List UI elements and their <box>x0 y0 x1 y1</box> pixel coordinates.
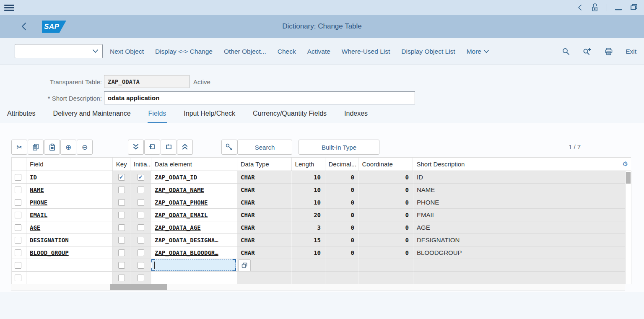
key-checkbox[interactable] <box>118 237 125 244</box>
initial-checkbox[interactable] <box>138 275 144 281</box>
col-header-decimals[interactable]: Decimal... <box>325 158 359 171</box>
length-value: 10 <box>314 249 321 256</box>
row-select-checkbox[interactable] <box>15 174 21 181</box>
search-icon[interactable] <box>562 47 570 56</box>
field-name-link[interactable]: AGE <box>26 224 40 231</box>
key-checkbox[interactable] <box>118 199 125 206</box>
initial-checkbox[interactable] <box>138 237 144 244</box>
row-select-checkbox[interactable] <box>15 212 21 218</box>
built-in-type-button[interactable]: Built-In Type <box>299 140 379 155</box>
move-up-button[interactable] <box>177 140 193 155</box>
menu-display-object-list[interactable]: Display Object List <box>401 48 455 55</box>
tab-delivery-maintenance[interactable]: Delivery and Maintenance <box>52 108 132 123</box>
horizontal-scrollbar-thumb[interactable] <box>110 284 167 290</box>
data-element-cell[interactable] <box>151 272 237 284</box>
row-select-checkbox[interactable] <box>15 224 21 231</box>
field-name-link[interactable]: EMAIL <box>26 212 47 218</box>
initial-checkbox[interactable]: ✓ <box>138 174 144 181</box>
col-header-length[interactable]: Length <box>292 158 325 171</box>
initial-checkbox[interactable] <box>138 224 144 231</box>
tab-attributes[interactable]: Attributes <box>6 108 36 123</box>
value-help-button[interactable] <box>238 259 251 271</box>
search-button[interactable]: Search <box>237 140 292 155</box>
hamburger-menu-icon[interactable] <box>4 3 14 12</box>
col-header-initial[interactable]: Initia... <box>130 158 151 171</box>
row-select-checkbox[interactable] <box>15 262 21 269</box>
field-name-link[interactable]: NAME <box>26 187 44 193</box>
transparent-table-field[interactable]: ZAP_ODATA <box>104 75 190 88</box>
menu-where-used-list[interactable]: Where-Used List <box>342 48 390 55</box>
tab-input-help-check[interactable]: Input Help/Check <box>183 108 236 123</box>
data-element-input-focused[interactable] <box>152 259 236 271</box>
short-description-field[interactable]: odata application <box>104 91 415 104</box>
col-header-coordinate[interactable]: Coordinate <box>358 158 413 171</box>
field-name-link[interactable]: BLOOD_GROUP <box>26 249 69 256</box>
restore-window-icon[interactable] <box>630 3 638 12</box>
menu-other-object[interactable]: Other Object... <box>224 48 266 55</box>
key-checkbox[interactable] <box>118 262 125 269</box>
col-header-field[interactable]: Field <box>26 158 113 171</box>
back-button[interactable] <box>20 22 28 33</box>
menu-next-object[interactable]: Next Object <box>110 48 144 55</box>
col-header-select[interactable] <box>12 158 26 171</box>
delete-line-button[interactable] <box>161 140 177 155</box>
short-description-value: EMAIL <box>417 211 436 218</box>
minimize-icon[interactable] <box>615 4 622 11</box>
field-name-link[interactable]: DESIGNATION <box>26 237 69 244</box>
search-next-icon[interactable] <box>583 47 592 56</box>
vertical-scrollbar[interactable] <box>625 171 631 284</box>
row-select-checkbox[interactable] <box>15 187 21 193</box>
table-settings-gear-icon[interactable]: ⚙ <box>623 161 628 167</box>
col-header-data-element[interactable]: Data element <box>151 158 237 171</box>
data-element-link[interactable]: ZAP_ODATA_EMAIL <box>151 212 208 218</box>
row-select-checkbox[interactable] <box>15 199 21 206</box>
data-element-link[interactable]: ZAP_ODATA_PHONE <box>151 199 208 206</box>
key-checkbox[interactable] <box>118 187 125 193</box>
data-element-link[interactable]: ZAP_ODATA_ID <box>151 174 197 181</box>
tab-currency-quantity-fields[interactable]: Currency/Quantity Fields <box>252 108 327 123</box>
row-select-checkbox[interactable] <box>15 249 21 256</box>
key-checkbox[interactable] <box>118 249 125 256</box>
shell-back-icon[interactable] <box>577 4 583 11</box>
paste-button[interactable] <box>44 140 60 155</box>
initial-checkbox[interactable] <box>138 262 144 269</box>
col-header-short-description[interactable]: Short Description <box>413 158 631 171</box>
menu-more[interactable]: More <box>467 48 489 55</box>
insert-line-button[interactable] <box>144 140 160 155</box>
row-select-checkbox[interactable] <box>15 275 21 281</box>
initial-checkbox[interactable] <box>138 212 144 218</box>
data-element-link[interactable]: ZAP_ODATA_AGE <box>151 224 201 231</box>
initial-checkbox[interactable] <box>138 249 144 256</box>
key-checkbox[interactable]: ✓ <box>118 174 125 181</box>
menu-display-change[interactable]: Display <-> Change <box>155 48 213 55</box>
key-checkbox[interactable] <box>118 212 125 218</box>
tab-indexes[interactable]: Indexes <box>343 108 369 123</box>
data-element-link[interactable]: ZAP_ODATA_BLOODGR… <box>151 249 218 256</box>
unlock-icon[interactable] <box>591 3 599 12</box>
copy-button[interactable] <box>28 140 44 155</box>
move-down-button[interactable] <box>128 140 144 155</box>
col-header-data-type[interactable]: Data Type <box>237 158 292 171</box>
srtd-key-button[interactable] <box>221 140 237 155</box>
menu-exit[interactable]: Exit <box>626 48 636 55</box>
menu-activate[interactable]: Activate <box>307 48 330 55</box>
row-select-checkbox[interactable] <box>15 237 21 244</box>
field-name-link[interactable]: PHONE <box>26 199 47 206</box>
command-combobox[interactable] <box>15 44 103 58</box>
initial-checkbox[interactable] <box>138 187 144 193</box>
data-element-link[interactable]: ZAP_ODATA_NAME <box>151 187 204 193</box>
data-element-link[interactable]: ZAP_ODATA_DESIGNA… <box>151 237 218 244</box>
col-header-key[interactable]: Key <box>113 158 130 171</box>
initial-checkbox[interactable] <box>138 199 144 206</box>
key-checkbox[interactable] <box>118 275 125 281</box>
horizontal-scrollbar[interactable] <box>11 284 625 290</box>
field-name-link[interactable]: ID <box>26 174 37 181</box>
print-icon[interactable] <box>605 47 613 56</box>
vertical-scrollbar-thumb[interactable] <box>626 172 631 184</box>
menu-check[interactable]: Check <box>278 48 296 55</box>
cut-button[interactable]: ✂ <box>11 140 27 155</box>
delete-row-button[interactable]: ⊖ <box>77 140 93 155</box>
key-checkbox[interactable] <box>118 224 125 231</box>
tab-fields[interactable]: Fields <box>148 108 167 123</box>
insert-row-button[interactable]: ⊕ <box>60 140 76 155</box>
